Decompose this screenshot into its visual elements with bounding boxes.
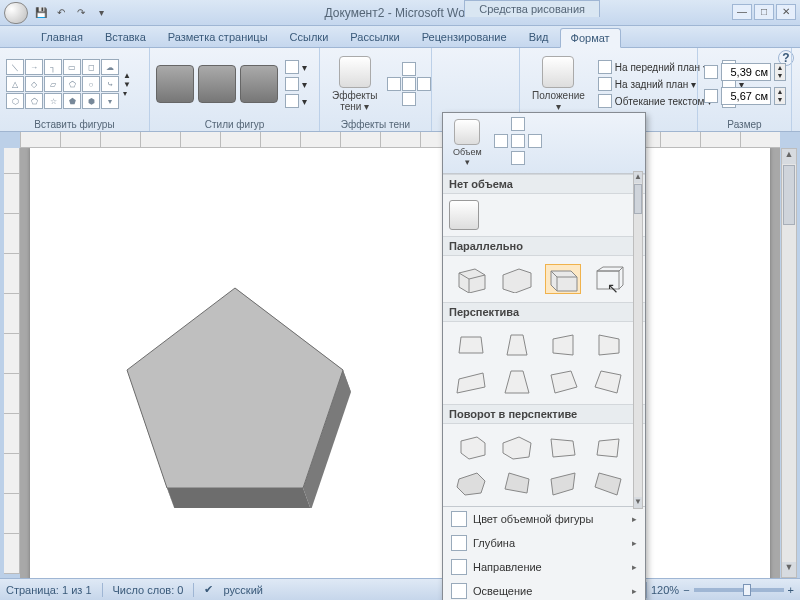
ribbon-tabs: Главная Вставка Разметка страницы Ссылки… (0, 26, 800, 48)
office-button[interactable] (4, 2, 28, 24)
parallel-option-hovered[interactable] (545, 264, 581, 294)
position-icon (542, 56, 574, 88)
maximize-button[interactable]: □ (754, 4, 774, 20)
perspective-grid (443, 322, 645, 404)
quick-access-toolbar: 💾 ↶ ↷ ▾ (32, 4, 110, 22)
shadow-nudge[interactable] (387, 62, 431, 106)
perspective-option[interactable] (591, 366, 627, 396)
status-word-count[interactable]: Число слов: 0 (113, 584, 184, 596)
3d-direction-menu[interactable]: Направление▸ (443, 555, 645, 579)
rotate-option[interactable] (499, 468, 535, 498)
style-swatch[interactable] (240, 65, 278, 103)
status-page[interactable]: Страница: 1 из 1 (6, 584, 92, 596)
vertical-scrollbar[interactable]: ▲ ▼ (781, 148, 797, 578)
tilt-nudge[interactable] (494, 117, 544, 169)
parallel-option[interactable] (499, 264, 535, 294)
tab-references[interactable]: Ссылки (279, 27, 340, 47)
qat-more-icon[interactable]: ▾ (92, 4, 110, 22)
close-button[interactable]: ✕ (776, 4, 796, 20)
rotate-option[interactable] (591, 468, 627, 498)
tab-page-layout[interactable]: Разметка страницы (157, 27, 279, 47)
no-3d-option[interactable] (449, 200, 479, 230)
shapes-more[interactable]: ▲▼▾ (123, 71, 131, 98)
rotate-option[interactable] (453, 432, 489, 462)
width-spinner[interactable]: ▲▼ (774, 87, 786, 105)
status-proofing-icon[interactable]: ✔ (204, 583, 213, 596)
shape-height-field[interactable]: ▲▼ (704, 63, 786, 81)
shape-width-field[interactable]: ▲▼ (704, 87, 786, 105)
tab-view[interactable]: Вид (518, 27, 560, 47)
perspective-option[interactable] (499, 366, 535, 396)
zoom-out-button[interactable]: − (683, 584, 689, 596)
parallel-option[interactable] (591, 264, 627, 294)
3d-depth-menu[interactable]: Глубина▸ (443, 531, 645, 555)
shapes-gallery[interactable]: ＼→┐▭◻☁ △◇▱⬠○⤷ ⬡⬠☆⬟⬢▾ (6, 59, 119, 109)
color-icon (451, 511, 467, 527)
redo-icon[interactable]: ↷ (72, 4, 90, 22)
vertical-ruler[interactable] (4, 148, 20, 574)
perspective-option[interactable] (545, 366, 581, 396)
status-language[interactable]: русский (223, 584, 262, 596)
rotate-option[interactable] (545, 432, 581, 462)
svg-marker-4 (127, 288, 343, 488)
pentagon-shape[interactable] (115, 278, 355, 508)
document-area (20, 148, 780, 578)
rotate-option[interactable] (545, 468, 581, 498)
rotate-option[interactable] (499, 432, 535, 462)
svg-marker-26 (595, 371, 621, 393)
perspective-option[interactable] (591, 330, 627, 360)
scrollbar-thumb[interactable] (783, 165, 795, 225)
ribbon: ＼→┐▭◻☁ △◇▱⬠○⤷ ⬡⬠☆⬟⬢▾ ▲▼▾ Вставить фигуры… (0, 48, 800, 132)
height-spinner[interactable]: ▲▼ (774, 63, 786, 81)
tab-insert[interactable]: Вставка (94, 27, 157, 47)
parallel-option[interactable] (453, 264, 489, 294)
volume-button[interactable]: Объем ▾ (447, 117, 488, 169)
perspective-option[interactable] (499, 330, 535, 360)
dropdown-footer: Цвет объемной фигуры▸ Глубина▸ Направлен… (443, 506, 645, 600)
style-tools[interactable]: ▾ ▾ ▾ (282, 59, 310, 109)
save-icon[interactable]: 💾 (32, 4, 50, 22)
3d-lighting-menu[interactable]: Освещение▸ (443, 579, 645, 600)
volume-icon (454, 119, 480, 145)
rotate-option[interactable] (453, 468, 489, 498)
dropdown-scrollbar[interactable]: ▲▼ (633, 171, 643, 509)
svg-marker-2 (167, 488, 311, 508)
tab-home[interactable]: Главная (30, 27, 94, 47)
style-swatch[interactable] (156, 65, 194, 103)
position-button[interactable]: Положение ▾ (526, 54, 591, 114)
perspective-option[interactable] (453, 330, 489, 360)
zoom-level[interactable]: 120% (651, 584, 679, 596)
style-swatch[interactable] (198, 65, 236, 103)
group-shadow-effects: Эффекты тени ▾ Эффекты тени (320, 48, 432, 131)
horizontal-ruler[interactable] (20, 132, 780, 148)
zoom-slider[interactable] (694, 588, 784, 592)
perspective-option[interactable] (453, 366, 489, 396)
svg-marker-22 (599, 335, 619, 355)
svg-marker-23 (457, 373, 485, 393)
window-title: Документ2 - Microsoft Word (324, 6, 475, 20)
width-input[interactable] (721, 87, 771, 105)
tab-format[interactable]: Формат (560, 28, 621, 48)
group-label-size: Размер (704, 118, 785, 131)
undo-icon[interactable]: ↶ (52, 4, 70, 22)
perspective-option[interactable] (545, 330, 581, 360)
minimize-button[interactable]: — (732, 4, 752, 20)
zoom-in-button[interactable]: + (788, 584, 794, 596)
svg-rect-14 (597, 271, 619, 289)
page[interactable] (30, 148, 770, 578)
group-size: ▲▼ ▲▼ Размер (698, 48, 792, 131)
svg-marker-24 (505, 371, 529, 393)
svg-marker-32 (505, 473, 529, 493)
rotate-option[interactable] (591, 432, 627, 462)
3d-color-menu[interactable]: Цвет объемной фигуры▸ (443, 507, 645, 531)
tab-mailings[interactable]: Рассылки (339, 27, 410, 47)
height-input[interactable] (721, 63, 771, 81)
section-no-3d: Нет объема (443, 174, 645, 194)
titlebar: 💾 ↶ ↷ ▾ Документ2 - Microsoft Word Средс… (0, 0, 800, 26)
shadow-effects-button[interactable]: Эффекты тени ▾ (326, 54, 383, 114)
tab-review[interactable]: Рецензирование (411, 27, 518, 47)
svg-marker-34 (595, 473, 621, 495)
svg-marker-33 (551, 473, 575, 495)
svg-marker-20 (507, 335, 527, 355)
contextual-tab-label: Средства рисования (464, 0, 600, 17)
